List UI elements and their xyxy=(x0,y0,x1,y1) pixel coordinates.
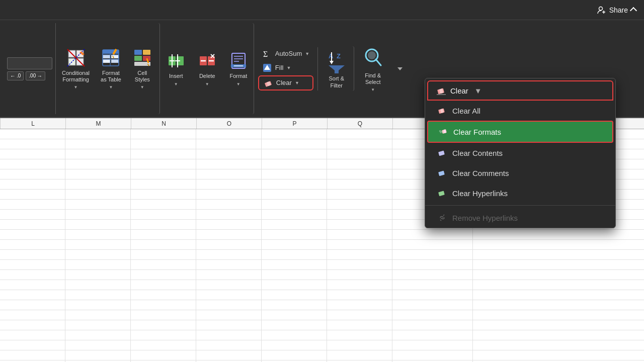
grid-cell[interactable] xyxy=(131,149,196,159)
grid-cell[interactable] xyxy=(65,240,131,249)
grid-cell[interactable] xyxy=(196,340,262,350)
grid-cell[interactable] xyxy=(392,250,473,259)
clear-formats-item[interactable]: % Clear Formats xyxy=(427,121,613,143)
grid-cell[interactable] xyxy=(327,270,392,280)
grid-cell[interactable] xyxy=(327,190,392,199)
grid-cell[interactable] xyxy=(196,139,262,149)
grid-cell[interactable] xyxy=(327,310,392,320)
clear-all-item[interactable]: Clear All xyxy=(425,101,615,121)
grid-cell[interactable] xyxy=(131,300,196,310)
grid-cell[interactable] xyxy=(262,330,327,340)
col-header-q[interactable]: Q xyxy=(328,118,393,129)
grid-cell[interactable] xyxy=(65,270,131,280)
grid-cell[interactable] xyxy=(65,280,131,290)
clear-button[interactable]: Clear ▼ xyxy=(258,75,313,90)
grid-cell[interactable] xyxy=(262,149,327,159)
grid-cell[interactable] xyxy=(65,190,131,199)
grid-cell[interactable] xyxy=(131,270,196,280)
grid-cell[interactable] xyxy=(65,250,131,259)
grid-cell[interactable] xyxy=(327,290,392,300)
clear-hyperlinks-item[interactable]: Clear Hyperlinks xyxy=(425,183,615,203)
grid-cell[interactable] xyxy=(131,250,196,259)
grid-cell[interactable] xyxy=(262,290,327,300)
grid-cell[interactable] xyxy=(196,240,262,249)
grid-cell[interactable] xyxy=(327,220,392,229)
grid-cell[interactable] xyxy=(196,179,262,189)
grid-cell[interactable] xyxy=(65,230,131,239)
grid-cell[interactable] xyxy=(327,200,392,209)
grid-cell[interactable] xyxy=(327,139,392,149)
grid-cell[interactable] xyxy=(131,350,196,360)
grid-cell[interactable] xyxy=(131,320,196,330)
grid-cell[interactable] xyxy=(196,220,262,229)
grid-cell[interactable] xyxy=(65,290,131,300)
clear-comments-item[interactable]: Clear Comments xyxy=(425,163,615,183)
grid-cell[interactable] xyxy=(262,129,327,139)
grid-cell[interactable] xyxy=(0,159,65,169)
decimal-increase-button[interactable]: ← .0 xyxy=(7,71,24,80)
grid-cell[interactable] xyxy=(392,300,473,310)
grid-cell[interactable] xyxy=(392,270,473,280)
grid-cell[interactable] xyxy=(262,300,327,310)
grid-cell[interactable] xyxy=(196,230,262,239)
grid-cell[interactable] xyxy=(392,340,473,350)
grid-cell[interactable] xyxy=(196,200,262,209)
grid-cell[interactable] xyxy=(262,139,327,149)
grid-cell[interactable] xyxy=(0,190,65,199)
grid-cell[interactable] xyxy=(131,139,196,149)
grid-cell[interactable] xyxy=(327,159,392,169)
grid-cell[interactable] xyxy=(196,129,262,139)
grid-cell[interactable] xyxy=(196,310,262,320)
grid-cell[interactable] xyxy=(131,190,196,199)
grid-cell[interactable] xyxy=(262,169,327,179)
col-header-o[interactable]: O xyxy=(197,118,262,129)
grid-cell[interactable] xyxy=(0,139,65,149)
grid-cell[interactable] xyxy=(196,260,262,269)
format-as-table-button[interactable]: Formatas Table ▼ xyxy=(96,23,126,114)
sort-filter-button[interactable]: A Z Sort &Filter xyxy=(319,46,354,90)
grid-cell[interactable] xyxy=(262,220,327,229)
grid-cell[interactable] xyxy=(327,169,392,179)
col-header-p[interactable]: P xyxy=(262,118,328,129)
grid-cell[interactable] xyxy=(65,179,131,189)
grid-cell[interactable] xyxy=(65,300,131,310)
grid-cell[interactable] xyxy=(327,350,392,360)
grid-cell[interactable] xyxy=(131,169,196,179)
grid-cell[interactable] xyxy=(196,169,262,179)
grid-cell[interactable] xyxy=(262,210,327,219)
grid-cell[interactable] xyxy=(392,280,473,290)
grid-cell[interactable] xyxy=(327,320,392,330)
grid-cell[interactable] xyxy=(65,159,131,169)
grid-cell[interactable] xyxy=(327,330,392,340)
grid-cell[interactable] xyxy=(262,250,327,259)
grid-cell[interactable] xyxy=(0,300,65,310)
grid-cell[interactable] xyxy=(327,230,392,239)
grid-cell[interactable] xyxy=(262,350,327,360)
grid-cell[interactable] xyxy=(262,190,327,199)
grid-cell[interactable] xyxy=(0,210,65,219)
grid-cell[interactable] xyxy=(0,330,65,340)
grid-cell[interactable] xyxy=(65,200,131,209)
grid-cell[interactable] xyxy=(327,179,392,189)
autosum-button[interactable]: Σ AutoSum ▼ xyxy=(258,47,313,60)
grid-cell[interactable] xyxy=(262,230,327,239)
grid-cell[interactable] xyxy=(262,179,327,189)
grid-cell[interactable] xyxy=(65,169,131,179)
grid-cell[interactable] xyxy=(0,260,65,269)
grid-cell[interactable] xyxy=(65,149,131,159)
conditional-formatting-button[interactable]: ConditionalFormatting ▼ xyxy=(57,23,95,114)
grid-cell[interactable] xyxy=(0,350,65,360)
grid-cell[interactable] xyxy=(0,270,65,280)
grid-cell[interactable] xyxy=(131,230,196,239)
col-header-n[interactable]: N xyxy=(131,118,197,129)
cell-styles-button[interactable]: CellStyles ▼ xyxy=(127,23,160,114)
grid-cell[interactable] xyxy=(131,290,196,300)
grid-cell[interactable] xyxy=(196,300,262,310)
grid-cell[interactable] xyxy=(131,220,196,229)
grid-cell[interactable] xyxy=(65,310,131,320)
grid-cell[interactable] xyxy=(262,159,327,169)
grid-cell[interactable] xyxy=(0,240,65,249)
grid-cell[interactable] xyxy=(196,190,262,199)
grid-cell[interactable] xyxy=(0,220,65,229)
grid-cell[interactable] xyxy=(392,310,473,320)
